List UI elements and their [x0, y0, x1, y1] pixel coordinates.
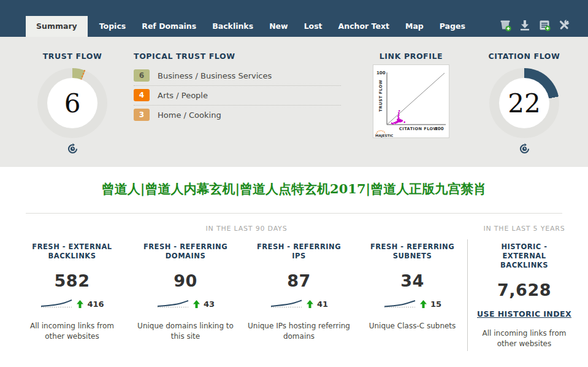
stat-description: All incoming links from other websites [15, 321, 129, 342]
citation-flow-title: CITATION FLOW [476, 52, 572, 61]
history-icon [519, 143, 530, 155]
sparkline [270, 299, 303, 309]
stat-value: 7,628 [472, 280, 576, 299]
majestic-summary-page: Summary Topics Ref Domains Backlinks New… [0, 0, 588, 367]
topical-trust-flow-section: TOPICAL TRUST FLOW 6 Business / Business… [134, 37, 341, 167]
tab-new[interactable]: New [261, 16, 296, 37]
historic-period-label: IN THE LAST 5 YEARS [472, 225, 576, 233]
stat-label: FRESH - EXTERNAL BACKLINKS [15, 242, 129, 261]
stat-label: HISTORIC - EXTERNAL BACKLINKS [472, 242, 576, 270]
topical-trust-flow-title: TOPICAL TRUST FLOW [134, 52, 235, 61]
stat-description: Unique Class-C subnets [356, 321, 469, 331]
stat-delta: 43 [204, 299, 215, 309]
flow-metrics-panel: TRUST FLOW 6 TOPICAL TRUST FLOW 6 [0, 37, 588, 167]
link-profile-chart: 100 TRUST FLOW CITATION FLOW 100 MAJESTI… [373, 64, 449, 138]
topic-score-badge: 6 [134, 69, 150, 82]
history-icon [67, 143, 78, 155]
tab-backlinks[interactable]: Backlinks [204, 16, 261, 37]
stat-value: 87 [242, 271, 356, 290]
stat-label: FRESH - REFERRING SUBNETS [356, 242, 469, 261]
stat-trend: 43 [129, 298, 242, 309]
top-navigation-bar: Summary Topics Ref Domains Backlinks New… [0, 0, 588, 37]
tab-lost[interactable]: Lost [296, 16, 330, 37]
stat-fresh-external-backlinks: FRESH - EXTERNAL BACKLINKS 582 416 All i… [15, 242, 129, 342]
link-profile-section: LINK PROFILE 100 TRUST FLOW CITATION FLO… [368, 37, 454, 167]
up-arrow-icon [420, 300, 427, 308]
list-item[interactable]: 6 Business / Business Services [134, 66, 341, 86]
topic-label: Home / Cooking [158, 110, 221, 120]
horizontal-divider [26, 213, 562, 214]
topic-score-badge: 4 [134, 89, 150, 101]
link-profile-title: LINK PROFILE [368, 52, 454, 61]
up-arrow-icon [307, 300, 313, 308]
tab-map[interactable]: Map [397, 16, 432, 37]
tab-ref-domains[interactable]: Ref Domains [134, 16, 204, 37]
up-arrow-icon [193, 300, 200, 308]
stat-label: FRESH - REFERRING DOMAINS [129, 242, 242, 261]
stat-delta: 416 [87, 299, 104, 309]
scatter-points [391, 110, 405, 125]
y-axis-label: TRUST FLOW [378, 80, 383, 112]
stat-fresh-referring-domains: FRESH - REFERRING DOMAINS 90 43 Unique d… [129, 242, 242, 342]
topical-trust-flow-list: 6 Business / Business Services 4 Arts / … [134, 66, 341, 125]
tab-pages[interactable]: Pages [432, 16, 473, 37]
list-item[interactable]: 3 Home / Cooking [134, 106, 341, 125]
tab-anchor-text[interactable]: Anchor Text [330, 16, 397, 37]
stat-value: 582 [15, 271, 129, 290]
stat-delta: 41 [317, 299, 328, 309]
citation-flow-history-button[interactable] [476, 143, 572, 155]
page-title: 曾道人|曾道人内幕玄机|曾道人点特玄机2017|曾道人正版九宫禁肖 [0, 180, 588, 198]
fresh-period-label: IN THE LAST 90 DAYS [26, 225, 467, 233]
nav-tabs: Summary Topics Ref Domains Backlinks New… [26, 16, 473, 37]
trust-flow-value: 6 [47, 78, 97, 128]
up-arrow-icon [77, 300, 83, 308]
create-report-icon[interactable] [538, 18, 551, 32]
stat-description: Unique IPs hosting referring domains [242, 321, 356, 342]
add-to-bucket-icon[interactable] [498, 18, 512, 32]
majestic-logo-text: MAJESTIC [375, 134, 393, 138]
topic-score-badge: 3 [134, 109, 150, 121]
stat-trend: 15 [356, 298, 469, 309]
y-axis-max-tick: 100 [376, 71, 386, 75]
trust-flow-gauge: 6 [37, 68, 107, 138]
sparkline [383, 299, 416, 309]
download-icon[interactable] [518, 18, 532, 32]
stat-description: All incoming links from other websites [472, 328, 576, 349]
list-item[interactable]: 4 Arts / People [134, 86, 341, 106]
stat-fresh-referring-subnets: FRESH - REFERRING SUBNETS 34 15 Unique C… [356, 242, 469, 331]
sparkline [40, 299, 73, 309]
citation-flow-section: CITATION FLOW 22 [476, 37, 572, 167]
stat-fresh-referring-ips: FRESH - REFERRING IPS 87 41 Unique IPs h… [242, 242, 356, 342]
nav-action-icons [498, 18, 571, 32]
topic-label: Business / Business Services [158, 71, 272, 80]
tab-topics[interactable]: Topics [91, 16, 134, 37]
stat-label: FRESH - REFERRING IPS [242, 242, 356, 261]
trust-flow-title: TRUST FLOW [25, 52, 120, 61]
stat-historic-external-backlinks: HISTORIC - EXTERNAL BACKLINKS 7,628 USE … [472, 242, 576, 349]
stat-delta: 15 [430, 299, 441, 309]
stat-trend: 41 [242, 298, 356, 309]
citation-flow-value: 22 [499, 78, 549, 128]
diagonal-reference-line [387, 73, 445, 125]
link-profile-scatter: 100 TRUST FLOW CITATION FLOW 100 MAJESTI… [373, 65, 449, 137]
stat-trend: 416 [15, 298, 129, 309]
trust-flow-history-button[interactable] [25, 143, 120, 155]
stat-description: Unique domains linking to this site [129, 321, 242, 342]
x-axis-max-tick: 100 [435, 126, 444, 131]
x-axis-label: CITATION FLOW [399, 126, 438, 131]
stat-value: 34 [356, 271, 469, 290]
vertical-divider [467, 239, 468, 351]
topic-label: Arts / People [158, 91, 208, 100]
trust-flow-section: TRUST FLOW 6 [25, 37, 120, 167]
tools-icon[interactable] [557, 18, 571, 32]
stat-value: 90 [129, 271, 242, 290]
sparkline [156, 299, 189, 309]
use-historic-index-link[interactable]: USE HISTORIC INDEX [477, 309, 571, 319]
tab-summary[interactable]: Summary [26, 16, 88, 37]
citation-flow-gauge: 22 [489, 68, 559, 138]
